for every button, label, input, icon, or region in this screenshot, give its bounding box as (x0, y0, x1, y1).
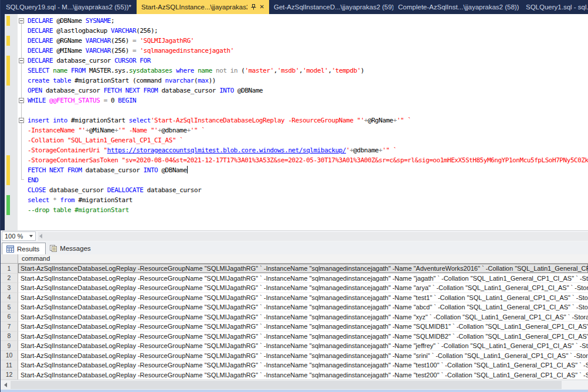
editor-bottom-bar: 100 % (1, 230, 588, 241)
command-cell[interactable]: Start-AzSqlInstanceDatabaseLogReplay -Re… (18, 274, 588, 284)
row-number[interactable]: 7 (1, 322, 18, 332)
zoom-value: 100 % (5, 233, 23, 240)
change-bar-unsaved (6, 66, 10, 76)
change-bar-unsaved (6, 155, 10, 165)
tab-document-3[interactable]: Get-AzSqlInstanceD...\jjayaprakas2 (59)) (269, 0, 393, 14)
change-bar-unsaved (6, 56, 10, 66)
row-number[interactable]: 2 (1, 274, 18, 284)
code-line[interactable]: SELECT name FROM MASTER.sys.sysdatabases… (28, 66, 588, 76)
command-cell[interactable]: Start-AzSqlInstanceDatabaseLogReplay -Re… (18, 312, 588, 322)
code-line[interactable]: DECLARE @lastlogbackup VARCHAR(256); (28, 26, 588, 36)
fold-collapse-icon[interactable] (19, 98, 24, 103)
code-line[interactable]: -StorageContainerUri "https://storageacc… (28, 145, 588, 155)
command-cell[interactable]: Start-AzSqlInstanceDatabaseLogReplay -Re… (18, 264, 588, 274)
grid-header: command (1, 254, 588, 264)
text-caret (187, 166, 188, 173)
code-line[interactable]: END (28, 175, 588, 185)
table-row[interactable]: 5Start-AzSqlInstanceDatabaseLogReplay -R… (1, 302, 588, 312)
code-line[interactable]: DECLARE @RGName VARCHAR(256) = 'SQLMIJag… (28, 36, 588, 46)
tab-label: SQLQuery1.sql - sql...e (526, 4, 588, 11)
tab-results[interactable]: Results (2, 243, 46, 254)
code-line[interactable]: -StorageContainerSasToken "sv=2020-08-04… (28, 155, 588, 165)
code-line[interactable]: select * from #migrationStart (28, 195, 588, 205)
close-icon[interactable]: ✕ (260, 4, 264, 10)
tab-document-1[interactable]: SQLQuery19.sql - M...\jjayaprakas2 (55))… (1, 0, 137, 14)
table-row[interactable]: 6Start-AzSqlInstanceDatabaseLogReplay -R… (1, 312, 588, 322)
window-bottom-edge (1, 390, 588, 392)
code-line[interactable]: OPEN database_cursor FETCH NEXT FROM dat… (28, 86, 588, 96)
fold-collapse-icon[interactable] (19, 18, 24, 23)
row-number[interactable]: 4 (1, 293, 18, 303)
table-row[interactable]: 10Start-AzSqlInstanceDatabaseLogReplay -… (1, 351, 588, 361)
code-line[interactable]: WHILE @@FETCH_STATUS = 0 BEGIN (28, 96, 588, 105)
fold-collapse-icon[interactable] (19, 58, 24, 63)
row-number[interactable]: 5 (1, 302, 18, 312)
grid-corner-cell[interactable] (1, 254, 18, 264)
window-edge (1, 14, 5, 230)
change-bar-unsaved (6, 16, 10, 26)
change-bar-unsaved (6, 175, 10, 185)
code-line[interactable]: FETCH NEXT FROM database_cursor INTO @DB… (28, 165, 588, 175)
table-row[interactable]: 9Start-AzSqlInstanceDatabaseLogReplay -R… (1, 341, 588, 351)
command-cell[interactable]: Start-AzSqlInstanceDatabaseLogReplay -Re… (18, 351, 588, 361)
code-line[interactable]: create table #migrationStart (command nv… (28, 76, 588, 86)
code-line[interactable]: -Collation "SQL_Latin1_General_CP1_CI_AS… (28, 135, 588, 145)
fold-collapse-icon[interactable] (19, 118, 24, 123)
scroll-left-icon (4, 383, 7, 387)
grid-hscrollbar[interactable] (1, 380, 588, 390)
scroll-left-button[interactable] (1, 380, 11, 390)
messages-icon (50, 245, 57, 252)
table-row[interactable]: 7Start-AzSqlInstanceDatabaseLogReplay -R… (1, 322, 588, 332)
command-cell[interactable]: Start-AzSqlInstanceDatabaseLogReplay -Re… (18, 283, 588, 293)
table-row[interactable]: 11Start-AzSqlInstanceDatabaseLogReplay -… (1, 360, 588, 370)
code-line[interactable]: CLOSE database_cursor DEALLOCATE databas… (28, 185, 588, 195)
command-cell[interactable]: Start-AzSqlInstanceDatabaseLogReplay -Re… (18, 293, 588, 303)
pin-icon[interactable] (251, 4, 256, 10)
results-grid-icon (6, 246, 14, 253)
table-row[interactable]: 12Start-AzSqlInstanceDatabaseLogReplay -… (1, 370, 588, 380)
code-line[interactable]: DECLARE @MIName VARCHAR(256) = 'sqlmanag… (28, 46, 588, 56)
row-number[interactable]: 3 (1, 283, 18, 293)
chevron-down-icon (29, 235, 33, 237)
code-line[interactable]: --drop table #migrationStart (28, 205, 588, 215)
change-bar-saved (6, 205, 10, 215)
column-header-command[interactable]: command (18, 254, 588, 264)
table-row[interactable]: 3Start-AzSqlInstanceDatabaseLogReplay -R… (1, 283, 588, 293)
table-row[interactable]: 8Start-AzSqlInstanceDatabaseLogReplay -R… (1, 332, 588, 342)
tab-messages[interactable]: Messages (46, 243, 96, 254)
row-number[interactable]: 8 (1, 332, 18, 342)
table-row[interactable]: 2Start-AzSqlInstanceDatabaseLogReplay -R… (1, 274, 588, 284)
change-bar-saved (6, 195, 10, 205)
command-cell[interactable]: Start-AzSqlInstanceDatabaseLogReplay -Re… (18, 302, 588, 312)
row-number[interactable]: 1 (1, 264, 18, 274)
row-number[interactable]: 9 (1, 341, 18, 351)
tab-document-4[interactable]: Complete-AzSqlInst...\jjayaprakas2 (58)) (393, 0, 521, 14)
scrollbar-thumb[interactable] (11, 381, 562, 389)
tab-label: Messages (60, 245, 90, 252)
scroll-left-icon (39, 234, 42, 238)
command-cell[interactable]: Start-AzSqlInstanceDatabaseLogReplay -Re… (18, 332, 588, 342)
table-row[interactable]: 1Start-AzSqlInstanceDatabaseLogReplay -R… (1, 264, 588, 274)
tab-label: Start-AzSQLInstance...\jjayaprakas2 (57)… (141, 0, 247, 14)
tab-document-2[interactable]: Start-AzSQLInstance...\jjayaprakas2 (57)… (137, 0, 269, 14)
row-number[interactable]: 12 (1, 370, 18, 380)
editor-hscrollbar[interactable] (38, 232, 588, 241)
code-line[interactable]: insert into #migrationStart select'Start… (28, 115, 588, 125)
command-cell[interactable]: Start-AzSqlInstanceDatabaseLogReplay -Re… (18, 360, 588, 370)
change-bar-unsaved (6, 36, 10, 46)
tab-document-5[interactable]: SQLQuery1.sql - sql...e (521, 0, 588, 14)
code-line[interactable]: DECLARE @DBName SYSNAME; (28, 16, 588, 26)
command-cell[interactable]: Start-AzSqlInstanceDatabaseLogReplay -Re… (18, 341, 588, 351)
command-cell[interactable]: Start-AzSqlInstanceDatabaseLogReplay -Re… (18, 370, 588, 380)
code-line[interactable]: DECLARE database_cursor CURSOR FOR (28, 56, 588, 66)
row-number[interactable]: 11 (1, 360, 18, 370)
row-number[interactable]: 10 (1, 351, 18, 361)
row-number[interactable]: 6 (1, 312, 18, 322)
code-editor[interactable]: DECLARE @DBName SYSNAME;DECLARE @lastlog… (1, 14, 588, 230)
command-cell[interactable]: Start-AzSqlInstanceDatabaseLogReplay -Re… (18, 322, 588, 332)
code-line[interactable] (28, 105, 588, 115)
results-tabs: ResultsMessages (1, 241, 588, 254)
code-line[interactable]: -InstanceName "'+@MiName+'" -Name "'+@db… (28, 125, 588, 135)
zoom-select[interactable]: 100 % (2, 231, 36, 241)
table-row[interactable]: 4Start-AzSqlInstanceDatabaseLogReplay -R… (1, 293, 588, 303)
